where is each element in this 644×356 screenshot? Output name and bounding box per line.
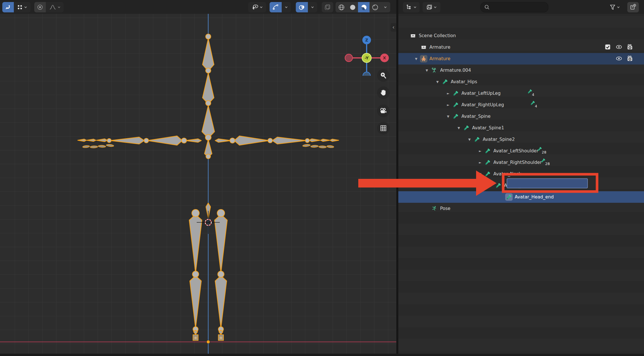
bone-icon: [495, 182, 502, 189]
shading-dropdown[interactable]: [380, 2, 390, 12]
search-input[interactable]: [480, 2, 548, 12]
rendered-shading-icon: [372, 4, 378, 11]
sidebar-collapse-arrow[interactable]: ‹: [391, 23, 396, 32]
bone-count: 28: [545, 162, 550, 166]
outliner-row-avatar-leftshoulder[interactable]: ►Avatar_LeftShoulder28: [398, 145, 644, 157]
outliner-row-scene-collection[interactable]: Scene Collection: [398, 30, 644, 41]
disable-render-icon[interactable]: [626, 44, 633, 51]
expander-closed-icon[interactable]: ►: [476, 161, 484, 164]
bone-count: 4: [535, 104, 537, 108]
expander-closed-icon[interactable]: ►: [444, 92, 452, 95]
row-label: Avatar_LeftUpLeg: [461, 91, 501, 96]
outliner-row-avatar-neck[interactable]: ▼Avatar_Neck: [398, 168, 644, 180]
expander-open-icon[interactable]: ▼: [466, 138, 473, 141]
wireframe-shading-icon: [338, 4, 345, 11]
xray-icon: [324, 4, 331, 11]
row-label: Avatar_Hips: [451, 79, 477, 84]
outliner-row-avatar-rightshoulder[interactable]: ►Avatar_RightShoulder28: [398, 157, 644, 168]
outliner-row-pose[interactable]: Pose: [398, 203, 644, 214]
expander-open-icon[interactable]: ▼: [487, 184, 495, 188]
proportional-edit-icon: [37, 4, 43, 10]
outliner-row-armature[interactable]: Armature: [398, 41, 644, 53]
zoom-tool-icon: [380, 72, 387, 79]
expander-open-icon[interactable]: ▼: [412, 57, 420, 61]
shading-solid-button[interactable]: [347, 2, 358, 12]
outliner-row-avatar-spine[interactable]: ▼Avatar_Spine: [398, 111, 644, 122]
chevron-down-icon: [285, 6, 288, 9]
bone-count: 4: [532, 92, 534, 97]
xray-toggle-button[interactable]: [322, 2, 333, 12]
expander-open-icon[interactable]: ▼: [434, 80, 441, 84]
editor-type-dropdown[interactable]: [403, 2, 420, 12]
pan-hand-icon: [380, 89, 387, 96]
editor-separator[interactable]: [396, 0, 398, 356]
header-bar: [0, 0, 644, 14]
new-collection-button[interactable]: [627, 2, 639, 12]
zoom-tool-button[interactable]: [377, 69, 390, 82]
row-label: Scene Collection: [419, 33, 456, 38]
outliner-row-avatar-hips[interactable]: ▼Avatar_Hips: [398, 76, 644, 88]
gizmo-dropdown[interactable]: [282, 2, 291, 12]
row-label: Avatar_Head_end: [515, 194, 554, 200]
filter-dropdown[interactable]: [606, 2, 623, 12]
display-mode-icon: [426, 4, 433, 10]
navigation-gizmo[interactable]: XZ-Y: [341, 21, 393, 76]
expander-open-icon[interactable]: ▼: [455, 126, 463, 130]
row-label: Avatar_Head: [504, 183, 533, 188]
row-label: Armature.004: [440, 68, 471, 73]
outliner-row-avatar-leftupleg[interactable]: ►Avatar_LeftUpLeg4: [398, 88, 644, 99]
falloff-dropdown[interactable]: [46, 2, 64, 12]
disable-render-icon[interactable]: [626, 55, 633, 62]
selectability-eye-icon: [252, 4, 259, 10]
proportional-edit-button[interactable]: [34, 2, 46, 12]
shading-rendered-button[interactable]: [370, 2, 380, 12]
chevron-down-icon: [414, 6, 416, 9]
exclude-checkbox[interactable]: [605, 44, 611, 51]
shading-material-button[interactable]: [358, 2, 370, 12]
row-label: Avatar_LeftShoulder: [493, 148, 538, 154]
chevron-down-icon: [434, 6, 437, 9]
chevron-down-icon: [617, 6, 620, 9]
collection-icon: [409, 32, 417, 39]
bone-icon: [473, 136, 481, 143]
outliner-row-avatar-head[interactable]: ▼Avatar_Head: [398, 180, 644, 191]
display-mode-dropdown[interactable]: [423, 2, 440, 12]
gizmo-icon: [272, 4, 279, 10]
hide-viewport-icon[interactable]: [615, 44, 622, 51]
expander-open-icon[interactable]: ▼: [476, 172, 484, 176]
bottom-edge: [0, 354, 644, 356]
bone-icon: [505, 193, 513, 201]
expander-closed-icon[interactable]: ►: [444, 103, 452, 107]
shading-wireframe-button[interactable]: [336, 2, 347, 12]
armature-canvas: [0, 14, 396, 354]
bone-icon: [452, 101, 459, 109]
outliner-row-armature[interactable]: ▼Armature: [398, 53, 644, 65]
row-label: Armature: [429, 45, 450, 50]
gizmo-negy-label: -Y: [365, 56, 369, 60]
outliner-row-armature-004[interactable]: ▼Armature.004: [398, 65, 644, 76]
snap-toggle-button[interactable]: [2, 2, 14, 12]
overlays-dropdown[interactable]: [308, 2, 317, 12]
outliner-row-avatar-head-end[interactable]: Avatar_Head_end: [398, 191, 644, 203]
expander-open-icon[interactable]: ▼: [423, 69, 431, 72]
show-gizmo-button[interactable]: [270, 2, 282, 12]
search-icon: [484, 4, 490, 10]
outliner-row-avatar-spine1[interactable]: ▼Avatar_Spine1: [398, 122, 644, 134]
camera-view-button[interactable]: [377, 105, 390, 117]
bone-count-badge: 28: [537, 147, 549, 155]
snap-target-dropdown[interactable]: [14, 2, 31, 12]
viewport-3d[interactable]: XZ-Y: [0, 14, 396, 354]
snap-target-icon: [17, 5, 22, 10]
solid-shading-icon: [349, 4, 356, 11]
outliner-row-avatar-rightupleg[interactable]: ►Avatar_RightUpLeg4: [398, 99, 644, 111]
hide-viewport-icon[interactable]: [615, 55, 622, 62]
selectability-dropdown[interactable]: [248, 2, 266, 12]
grid-ortho-button[interactable]: [377, 122, 390, 135]
pan-tool-button[interactable]: [377, 86, 390, 99]
camera-view-icon: [379, 107, 387, 115]
outliner-row-avatar-spine2[interactable]: ▼Avatar_Spine2: [398, 134, 644, 145]
expander-closed-icon[interactable]: ►: [476, 149, 484, 153]
expander-open-icon[interactable]: ▼: [444, 115, 452, 118]
row-label: Avatar_Spine2: [483, 137, 515, 142]
show-overlays-button[interactable]: [296, 2, 308, 12]
